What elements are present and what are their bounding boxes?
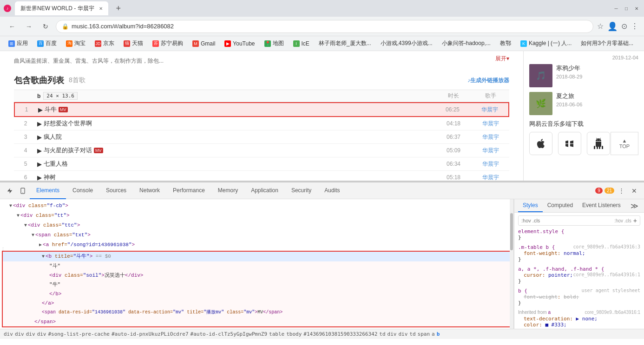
bookmark-maps[interactable]: 📍 地图 [261, 38, 288, 49]
close-button[interactable]: ✕ [633, 5, 640, 12]
bookmark-apps[interactable]: ⊞ 应用 [5, 38, 32, 49]
tab-security[interactable]: Security [285, 182, 318, 199]
html-line[interactable]: ▼<div class="f-cb"> [0, 201, 513, 211]
song-artist[interactable]: 华晨宇 [472, 133, 509, 141]
html-line[interactable]: </b> [3, 289, 511, 299]
tab-close-btn[interactable]: ✕ [99, 6, 103, 11]
play-icon[interactable]: ▶ [37, 147, 42, 154]
breadcrumb-item[interactable]: #song-list-pre-cache [48, 331, 110, 337]
album-title[interactable]: 寒鸦少年 [556, 64, 638, 72]
scroll-thumb[interactable] [510, 213, 513, 250]
html-line[interactable]: "斗" [3, 261, 511, 271]
android-download-icon[interactable] [587, 132, 610, 155]
expand-button[interactable]: 展开▾ [495, 55, 509, 63]
song-artist[interactable]: 华晨宇 [472, 174, 509, 181]
album-thumbnail[interactable]: 🌿 [529, 92, 552, 115]
collapse-icon[interactable]: ▼ [42, 254, 45, 259]
tab-console[interactable]: Console [66, 182, 99, 199]
bookmark-xiaoxiang[interactable]: 小象问答-hadoop,... [438, 38, 494, 49]
minimize-button[interactable]: ─ [612, 5, 620, 12]
elements-scrollbar[interactable] [510, 199, 513, 329]
play-icon[interactable]: ▶ [38, 106, 43, 113]
breadcrumb-item[interactable]: #auto-id-pnxUkuzPLiOcdre7 [112, 331, 189, 337]
maximize-button[interactable]: □ [623, 5, 630, 12]
html-line[interactable]: </div> [0, 328, 513, 329]
ios-download-icon[interactable] [529, 132, 552, 155]
tab-event-listeners[interactable]: Event Listeners [578, 199, 625, 212]
bookmark-linziyu[interactable]: 林子雨老师_厦大数... [315, 38, 375, 49]
song-row[interactable]: 2 ▶ 好想爱这个世界啊 04:18 华晨宇 [14, 117, 509, 130]
tab-memory[interactable]: Memory [211, 182, 244, 199]
bookmark-youtube[interactable]: ▶ YouTube [221, 39, 258, 48]
breadcrumb-item[interactable]: div [388, 331, 397, 337]
collapse-icon[interactable]: ▼ [17, 213, 20, 218]
gen-link-button[interactable]: ♪生成外链播放器 [467, 77, 509, 85]
html-line[interactable]: ▼<div class="ttc"> [0, 221, 513, 230]
bookmark-button[interactable]: ☆ [597, 22, 604, 31]
song-artist[interactable]: 华晨宇 [472, 160, 509, 168]
collapse-icon[interactable]: ▼ [32, 233, 34, 238]
bookmark-jd[interactable]: JD 京东 [91, 38, 118, 49]
collapse-icon[interactable]: ▼ [24, 223, 27, 228]
song-artist[interactable]: 华晨宇 [471, 106, 508, 114]
extensions-button[interactable]: ⊙ [621, 22, 627, 31]
tab-computed[interactable]: Computed [543, 199, 578, 212]
breadcrumb-item[interactable]: td [379, 331, 385, 337]
bookmark-baidu[interactable]: 百 百度 [33, 38, 60, 49]
song-row[interactable]: 3 ▶ 疯人院 06:37 华晨宇 [14, 130, 509, 144]
tab-styles[interactable]: Styles [518, 199, 543, 212]
html-line[interactable]: ▼<span class="txt"> [0, 230, 513, 240]
play-icon[interactable]: ▶ [37, 120, 42, 127]
html-line-selected[interactable]: ▼<b title="斗牛"> == $0 [3, 252, 511, 261]
song-row[interactable]: 6 ▶ 神树 05:18 华晨宇 [14, 171, 509, 181]
device-toolbar-button[interactable] [17, 185, 29, 197]
breadcrumb-item[interactable]: b [437, 331, 440, 337]
styles-filter-input[interactable] [521, 218, 612, 223]
menu-button[interactable]: ⋮ [631, 22, 638, 31]
breadcrumb-item[interactable]: a [432, 331, 435, 337]
back-button[interactable]: ← [6, 20, 19, 33]
html-line[interactable]: <span data-res-id="1436961038" data-res-… [3, 308, 511, 317]
breadcrumb-item[interactable]: div [4, 331, 13, 337]
windows-download-icon[interactable] [558, 132, 581, 155]
tab-application[interactable]: Application [244, 182, 285, 199]
song-row[interactable]: 1 ▶ 斗牛 MV 06:25 华晨宇 [14, 102, 509, 117]
breadcrumb-item[interactable]: span [418, 331, 430, 337]
song-row[interactable]: 5 ▶ 七重人格 06:34 华晨宇 [14, 157, 509, 171]
collapse-icon[interactable]: ▼ [9, 203, 12, 208]
album-title[interactable]: 夏之旅 [556, 92, 638, 100]
bookmark-howto[interactable]: 如何用3个月零基础... [577, 38, 637, 49]
tab-performance[interactable]: Performance [166, 182, 211, 199]
html-line[interactable]: </a> [3, 299, 511, 308]
breadcrumb-item[interactable]: td [409, 331, 415, 337]
breadcrumb-item[interactable]: tbody [286, 331, 302, 337]
active-tab[interactable]: 新世界NEW WORLD - 华晨宇 ✕ [15, 1, 108, 15]
filter-add-button[interactable]: + [633, 217, 637, 224]
play-icon[interactable]: ▶ [37, 174, 42, 181]
breadcrumb-item[interactable]: div [37, 331, 46, 337]
breadcrumb-item[interactable]: #auto-id-clTz5yGpIgwPmnZ9 [191, 331, 268, 337]
bookmark-suning[interactable]: 苏 苏宁易购 [149, 38, 187, 49]
styles-settings-button[interactable]: ≫ [629, 199, 640, 212]
top-button[interactable]: ▲ TOP [611, 132, 638, 155]
bookmark-taobao[interactable]: 淘 淘宝 [62, 38, 89, 49]
bookmark-ice[interactable]: I IcE [289, 39, 313, 48]
breadcrumb-item[interactable]: div [26, 331, 35, 337]
html-line[interactable]: ▼<div class="tt"> [0, 211, 513, 221]
collapse-icon[interactable]: ▶ [39, 242, 42, 247]
breadcrumb-item[interactable]: table [269, 331, 284, 337]
bookmark-tianmao[interactable]: 猫 天猫 [120, 38, 147, 49]
breadcrumb-item[interactable]: div [15, 331, 24, 337]
breadcrumb-item[interactable]: #14369610381590333266342 [303, 331, 377, 337]
song-row[interactable]: 4 ▶ 与火星的孩子对话 MV 05:09 华晨宇 [14, 144, 509, 157]
tab-sources[interactable]: Sources [99, 182, 133, 199]
url-bar[interactable]: 🔒 music.163.com/#/album?id=86286082 [56, 20, 593, 33]
html-line[interactable]: </span> [3, 317, 511, 326]
refresh-button[interactable]: ↻ [39, 20, 52, 33]
forward-button[interactable]: → [22, 20, 35, 33]
devtools-close-button[interactable]: ✕ [628, 185, 640, 197]
song-artist[interactable]: 华晨宇 [472, 147, 509, 155]
play-icon[interactable]: ▶ [37, 134, 42, 141]
html-line[interactable]: <div class="soil">况笑选十</div> [3, 271, 511, 280]
tab-audits[interactable]: Audits [318, 182, 346, 199]
